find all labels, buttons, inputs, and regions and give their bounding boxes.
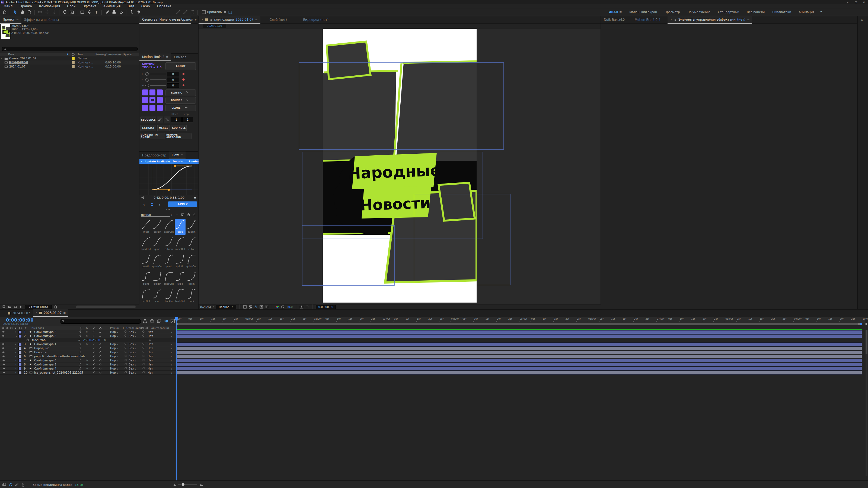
bezier-handle-out[interactable] (174, 165, 176, 167)
layer-name[interactable]: Слой-фигура 3 (34, 334, 56, 337)
update-close-icon[interactable]: ✕ (141, 160, 143, 163)
extract-button[interactable]: EXTRACT (141, 125, 156, 131)
work-area-nub[interactable] (860, 323, 862, 325)
project-flowchart-icon[interactable] (20, 305, 23, 308)
tab-footage[interactable]: Видеоряд (нет) (300, 16, 331, 23)
property-row-scale[interactable]: Масштаб ∞ 255,0,255,0 % (0, 338, 176, 342)
slider-knob[interactable] (145, 78, 149, 82)
flow-preset-expoOut[interactable]: expoOut (163, 271, 174, 287)
flow-preset-backOut[interactable]: backOut (175, 289, 186, 304)
reset-exposure-icon[interactable] (281, 305, 284, 309)
layer-mode-select[interactable]: Нор ∨ (110, 363, 118, 366)
slider-track[interactable] (150, 74, 166, 74)
resolution-select[interactable]: Полное∨ (216, 305, 236, 309)
anchor-grid-button[interactable] (157, 97, 163, 103)
layer-duration-bar[interactable] (176, 343, 862, 346)
flow-preset-quintIn[interactable]: quintIn (175, 254, 186, 269)
layer-name[interactable]: Новости (34, 351, 46, 354)
layer-duration-bar[interactable] (176, 351, 862, 354)
rotate-tool-icon[interactable] (61, 9, 68, 15)
layer-track-matte-select[interactable]: Без ∨ (129, 347, 136, 350)
workspace-все-панели[interactable]: Все панели (743, 10, 769, 14)
layer-track-matte-select[interactable]: Без ∨ (129, 363, 136, 366)
work-area-bar[interactable] (176, 323, 862, 325)
marker-bin-icon[interactable] (865, 322, 868, 326)
tab-preview[interactable]: Предпросмотр (140, 152, 169, 159)
layer-parent-select[interactable]: Нет (148, 359, 153, 362)
layer-parent-select[interactable]: Нет (148, 347, 153, 350)
anchor-grid-button[interactable] (150, 105, 155, 111)
layer-name[interactable]: Слой-фигура 6 (34, 359, 56, 362)
layer-label-swatch[interactable] (19, 371, 22, 375)
anchor-grid-button[interactable] (142, 90, 148, 95)
layer-track-matte-select[interactable]: Без ∨ (129, 367, 136, 370)
parent-caret-icon[interactable]: ∨ (171, 343, 173, 346)
dolly-camera-tool-icon[interactable] (51, 9, 58, 15)
layer-eye-icon[interactable] (2, 334, 5, 337)
layer-name[interactable]: Слой-фигура 5 (34, 363, 56, 366)
layer-eye-icon[interactable] (2, 330, 5, 333)
parent-caret-icon[interactable]: ∨ (171, 347, 173, 350)
apply-button[interactable]: APPLY (168, 201, 197, 207)
live-update-icon[interactable] (8, 483, 12, 487)
matte-a-icon[interactable] (141, 326, 144, 329)
layer-track-matte-select[interactable]: Без ∨ (129, 343, 136, 346)
layer-expand-chevron[interactable]: › (15, 351, 16, 354)
index-column[interactable]: # (24, 326, 27, 329)
composition-flowchart-icon[interactable] (143, 319, 147, 323)
update-details-link[interactable]: Details... (173, 160, 186, 163)
flow-preset-expo[interactable]: expo (175, 271, 186, 287)
workspace-маленький-экран[interactable]: Маленький экран (625, 10, 661, 14)
timeline-search-input[interactable] (60, 319, 141, 324)
tab-symbol[interactable]: Символ (171, 54, 189, 61)
zoom-select[interactable]: (62,9%) (200, 305, 211, 308)
workspace-по-умолчанию[interactable]: По умолчанию (684, 10, 714, 14)
flow-preset-quart[interactable]: quart (163, 254, 174, 269)
layer-name[interactable]: png-cli...ale-silhouette-face-animals (34, 355, 85, 358)
menu-окно[interactable]: Окно (138, 4, 154, 8)
label-swatch[interactable] (72, 57, 75, 60)
notify-icon[interactable] (21, 483, 25, 487)
panel-grip[interactable]: ••• (166, 208, 170, 211)
tab-composition[interactable]: ✕ композиция 2023.01.07 ≡ (198, 16, 260, 24)
bezier-values[interactable]: 0.42, 0.00, 0.58, 1.00 (144, 196, 194, 199)
layer-duration-bar[interactable] (176, 355, 862, 358)
type-tool-icon[interactable]: T (93, 9, 100, 15)
label-column-icon[interactable] (72, 53, 75, 56)
stopwatch-icon[interactable] (26, 338, 29, 341)
workspace-анимация[interactable]: Анимация (795, 10, 818, 14)
layer-expand-chevron[interactable]: › (15, 330, 16, 333)
layer-row-5[interactable]: › 5 Новости Нор ∨ Без ∨ Нет ∨ (0, 350, 176, 354)
pixel-aspect-icon[interactable] (265, 305, 269, 309)
layer-mode-select[interactable]: Нор ∨ (110, 334, 118, 338)
panel-menu-icon[interactable]: ≡ (747, 18, 749, 22)
frame-blending-icon[interactable] (157, 319, 161, 323)
lock-icon[interactable] (210, 18, 213, 21)
convert-to-shape-button[interactable]: CONVERT TO SHAPE (141, 133, 165, 139)
draft-3d-icon[interactable] (150, 319, 154, 323)
about-button[interactable]: ABOUT (165, 62, 196, 70)
region-capture-icon[interactable] (228, 10, 232, 14)
selection-tool-icon[interactable] (12, 9, 19, 15)
add-preset-icon[interactable] (175, 213, 179, 217)
minimize-button[interactable]: – (844, 1, 852, 4)
menu-правка[interactable]: Правка (16, 4, 35, 8)
comp-label-swatch[interactable] (205, 18, 208, 21)
parent-caret-icon[interactable]: ∨ (171, 331, 173, 334)
layer-expand-chevron[interactable]: › (15, 363, 16, 366)
expand-dock-icon[interactable]: » (861, 18, 863, 22)
flow-preset-circIn[interactable]: circIn (186, 271, 197, 287)
current-time-display[interactable]: 0:00:00:00 (6, 318, 34, 323)
layer-parent-select[interactable]: Нет (148, 343, 153, 346)
layer-name[interactable]: ice_screenshot_20240106-221005 (34, 371, 83, 374)
transparency-grid-icon[interactable] (248, 305, 252, 309)
label-swatch[interactable] (72, 61, 75, 64)
panel-menu-icon[interactable]: ≡ (180, 154, 183, 157)
rigging-tool-c-icon[interactable] (189, 9, 196, 15)
anchor-grid-button[interactable] (157, 105, 163, 111)
tab-overflow-icon[interactable]: » (195, 18, 197, 22)
mode-column[interactable]: Режим (110, 326, 119, 329)
t-column[interactable]: T (123, 326, 124, 329)
grid-guides-icon[interactable] (243, 305, 247, 309)
parent-caret-icon[interactable]: ∨ (171, 371, 173, 375)
